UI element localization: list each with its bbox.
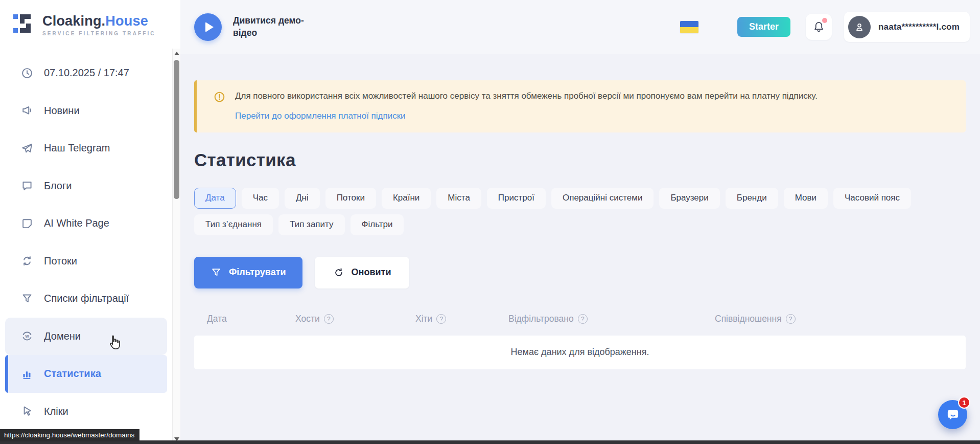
sidebar: Cloaking.House SERVICE FILTERING TRAFFIC… [0,0,180,444]
sidebar-item-label: Домени [44,330,81,342]
column-label: Хіти [415,314,432,324]
tab-request-type[interactable]: Тип запиту [278,214,345,235]
ukraine-flag-icon[interactable] [680,21,698,33]
help-icon[interactable]: ? [324,314,334,324]
trial-warning-text: Для повного використання всіх можливосте… [235,90,884,102]
sidebar-item-ai-white-page[interactable]: AI White Page [0,205,172,242]
page-title: Статистика [194,150,966,170]
tab-brands[interactable]: Бренди [726,188,778,209]
refresh-button-label: Оновити [352,267,391,278]
browser-status-url: https://cloaking.house/webmaster/domains [0,429,139,441]
notifications-button[interactable] [806,14,832,40]
stats-filter-tabs-row-2: Тип з’єднання Тип запиту Фільтри [194,214,966,235]
brand-logo-icon [12,11,36,38]
col-date: Дата [194,314,283,324]
tab-streams[interactable]: Потоки [325,188,376,209]
tab-browsers[interactable]: Браузери [659,188,719,209]
plan-badge-button[interactable]: Starter [737,17,790,37]
scrollbar-thumb[interactable] [174,60,179,199]
column-label: Співвідношення [715,314,782,324]
tab-countries[interactable]: Країни [382,188,431,209]
megaphone-icon [20,104,34,117]
tab-timezone[interactable]: Часовий пояс [833,188,911,209]
window-bottom-edge [0,440,980,444]
sidebar-item-blogs[interactable]: Блоги [0,167,172,205]
chat-unread-badge: 1 [958,396,970,409]
tab-operating-systems[interactable]: Операційні системи [551,188,654,209]
filter-button[interactable]: Фільтрувати [194,257,302,288]
col-hosts: Хости ? [283,314,403,324]
sidebar-item-filter-lists[interactable]: Списки фільтрації [0,280,172,318]
user-account-button[interactable]: naata**********l.com [844,12,970,42]
sidebar-item-domains[interactable]: w Домени [5,318,167,356]
funnel-icon [211,267,222,278]
tab-devices[interactable]: Пристрої [487,188,546,209]
tab-filters[interactable]: Фільтри [351,214,404,235]
refresh-icon [333,267,344,278]
scrollbar-up-arrow-icon[interactable] [174,52,179,55]
help-icon[interactable]: ? [436,314,446,324]
refresh-button[interactable]: Оновити [315,257,410,288]
tab-connection-type[interactable]: Тип з’єднання [194,214,273,235]
page-icon [20,217,34,230]
filter-button-label: Фільтрувати [229,267,286,278]
brand-text-block: Cloaking.House SERVICE FILTERING TRAFFIC [42,13,156,36]
subscription-link[interactable]: Перейти до оформлення платної підписки [235,111,406,121]
empty-state-text: Немає даних для відображення. [511,347,649,358]
bar-chart-icon [20,367,34,381]
clock-icon [20,66,34,80]
tab-cities[interactable]: Міста [436,188,481,209]
col-hits: Хіти ? [403,314,496,324]
tab-time[interactable]: Час [242,188,279,209]
sidebar-item-statistics[interactable]: Статистика [5,355,167,393]
play-icon [205,22,214,32]
svg-text:w: w [25,334,29,339]
sidebar-item-label: Потоки [44,255,77,267]
streams-sync-icon [20,254,34,268]
warning-icon [214,91,225,103]
brand-tagline: SERVICE FILTERING TRAFFIC [42,31,156,36]
tab-date[interactable]: Дата [194,188,236,209]
stats-filter-tabs-row-1: Дата Час Дні Потоки Країни Міста Пристро… [194,188,966,209]
avatar [848,16,871,38]
demo-video-play-button[interactable] [194,13,222,41]
main-content: Для повного використання всіх можливосте… [180,54,980,444]
help-icon[interactable]: ? [578,314,588,324]
telegram-icon [20,142,34,155]
brand-logo[interactable]: Cloaking.House SERVICE FILTERING TRAFFIC [0,0,180,38]
sidebar-item-datetime: 07.10.2025 / 17:47 [0,54,172,92]
demo-video-label[interactable]: Дивитися демо-відео [233,15,310,38]
help-icon[interactable]: ? [786,314,796,324]
sidebar-item-label: Наш Telegram [44,142,110,154]
flag-blue-stripe [680,21,698,27]
sidebar-item-label: Блоги [44,180,72,192]
column-label: Відфільтровано [508,314,574,324]
cursor-arrow-icon [20,405,34,418]
col-filtered: Відфільтровано ? [496,314,702,324]
chat-bubble-icon [20,179,34,192]
sidebar-item-clicks[interactable]: Кліки [0,393,172,431]
sidebar-item-telegram[interactable]: Наш Telegram [0,129,172,167]
user-email: naata**********l.com [878,22,960,32]
person-icon [853,20,866,34]
sidebar-item-news[interactable]: Новини [0,92,172,130]
chat-smile-icon [945,407,961,423]
tab-languages[interactable]: Мови [784,188,828,209]
stats-table-header: Дата Хости ? Хіти ? Відфільтровано ? Спі… [194,309,966,329]
sidebar-item-label: Кліки [44,406,68,417]
notification-dot [822,18,827,23]
flag-yellow-stripe [680,27,698,33]
trial-warning-banner: Для повного використання всіх можливосте… [194,80,966,132]
tab-days[interactable]: Дні [285,188,320,209]
column-label: Дата [207,314,227,324]
sidebar-item-label: 07.10.2025 / 17:47 [44,67,129,79]
sidebar-scrollbar[interactable] [172,49,180,444]
app-root: Cloaking.House SERVICE FILTERING TRAFFIC… [0,0,980,444]
brand-name: Cloaking.House [42,13,156,29]
sidebar-item-label: AI White Page [44,217,109,229]
domains-www-icon: w [20,329,34,343]
sidebar-item-label: Статистика [44,368,101,380]
sidebar-item-streams[interactable]: Потоки [0,242,172,280]
chat-launcher-button[interactable]: 1 [938,400,967,429]
col-ratio: Співвідношення ? [702,314,966,324]
